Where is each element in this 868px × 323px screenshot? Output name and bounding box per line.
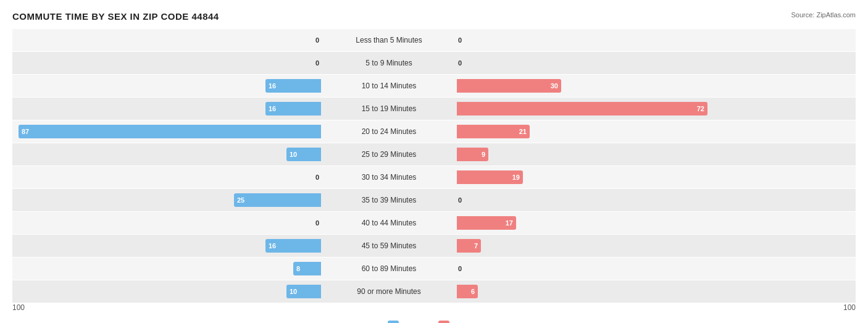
male-legend-box (388, 321, 399, 323)
bar-male-value: 16 (265, 105, 276, 112)
right-section: 21 (457, 120, 766, 143)
row-label: 40 to 44 Minutes (321, 219, 457, 227)
row-label: Less than 5 Minutes (321, 36, 457, 44)
left-section: 8 (12, 258, 321, 280)
left-section: 25 (12, 189, 321, 211)
chart-row: 1610 to 14 Minutes30 (12, 75, 856, 97)
left-section: 10 (12, 143, 321, 166)
bar-male-zero: 0 (315, 59, 321, 67)
chart-source: Source: ZipAtlas.com (791, 11, 856, 19)
bar-male-zero: 0 (315, 36, 321, 44)
left-section: 0 (12, 29, 321, 51)
bar-female-zero: 0 (458, 59, 462, 67)
bar-female-value: 7 (474, 242, 481, 250)
bar-female-value: 30 (551, 82, 561, 90)
female-legend-box (438, 321, 449, 323)
right-section: 0 (457, 258, 766, 280)
left-section: 16 (12, 98, 321, 120)
bar-male-value: 10 (286, 288, 297, 295)
bar-male-zero: 0 (315, 219, 321, 227)
left-section: 16 (12, 75, 321, 97)
right-section: 19 (457, 166, 766, 188)
row-label: 30 to 34 Minutes (321, 173, 457, 182)
bar-female-value: 17 (506, 219, 516, 227)
row-label: 60 to 89 Minutes (321, 264, 457, 273)
bar-female-value: 21 (519, 128, 530, 135)
chart-header: COMMUTE TIME BY SEX IN ZIP CODE 44844 So… (12, 11, 856, 22)
legend: Male Female (12, 321, 856, 323)
right-section: 17 (457, 212, 766, 234)
chart-area: 0Less than 5 Minutes005 to 9 Minutes0161… (12, 29, 856, 303)
bar-male-value: 87 (19, 128, 29, 135)
row-label: 10 to 14 Minutes (321, 82, 457, 90)
chart-row: 05 to 9 Minutes0 (12, 52, 856, 74)
bar-female: 6 (457, 285, 478, 298)
bar-male: 16 (265, 102, 321, 115)
axis-label-right: 100 (843, 303, 856, 312)
row-label: 5 to 9 Minutes (321, 59, 457, 67)
bar-female: 9 (457, 148, 488, 161)
left-section: 0 (12, 52, 321, 74)
bar-male: 16 (265, 79, 321, 93)
right-section: 7 (457, 235, 766, 257)
chart-row: 040 to 44 Minutes17 (12, 212, 856, 234)
left-section: 10 (12, 280, 321, 303)
bar-male-value: 16 (265, 82, 276, 90)
chart-row: 860 to 89 Minutes0 (12, 258, 856, 280)
bar-female-value: 9 (482, 151, 488, 158)
bar-female: 72 (457, 102, 707, 115)
left-section: 0 (12, 212, 321, 234)
bar-female: 7 (457, 239, 481, 253)
row-label: 20 to 24 Minutes (321, 127, 457, 136)
left-section: 87 (12, 120, 321, 143)
bar-female-value: 19 (512, 174, 523, 181)
right-section: 6 (457, 280, 766, 303)
chart-row: 2535 to 39 Minutes0 (12, 189, 856, 211)
bar-female-zero: 0 (458, 196, 462, 204)
left-section: 0 (12, 166, 321, 188)
chart-row: 8720 to 24 Minutes21 (12, 120, 856, 143)
bar-female-zero: 0 (458, 265, 462, 272)
right-section: 9 (457, 143, 766, 166)
bar-female-value: 72 (697, 105, 707, 112)
right-section: 30 (457, 75, 766, 97)
legend-item-female: Female (438, 321, 480, 323)
legend-item-male: Male (388, 321, 420, 323)
chart-row: 1090 or more Minutes6 (12, 280, 856, 303)
right-section: 0 (457, 52, 766, 74)
bar-male: 10 (286, 285, 321, 298)
chart-row: 030 to 34 Minutes19 (12, 166, 856, 188)
row-label: 15 to 19 Minutes (321, 104, 457, 113)
chart-row: 1615 to 19 Minutes72 (12, 98, 856, 120)
row-label: 90 or more Minutes (321, 287, 457, 296)
bar-male: 25 (234, 193, 321, 207)
bar-female-zero: 0 (458, 36, 462, 44)
right-section: 0 (457, 29, 766, 51)
chart-container: COMMUTE TIME BY SEX IN ZIP CODE 44844 So… (0, 0, 868, 323)
right-section: 0 (457, 189, 766, 211)
bar-female: 17 (457, 216, 516, 230)
bar-male: 87 (19, 125, 321, 138)
bar-male-value: 8 (293, 265, 300, 272)
bar-male-value: 10 (286, 151, 297, 158)
chart-title: COMMUTE TIME BY SEX IN ZIP CODE 44844 (12, 11, 219, 22)
bar-male: 8 (293, 262, 321, 275)
row-label: 45 to 59 Minutes (321, 241, 457, 250)
left-section: 16 (12, 235, 321, 257)
bar-male-value: 16 (265, 242, 276, 250)
bar-male: 10 (286, 148, 321, 161)
right-section: 72 (457, 98, 766, 120)
chart-row: 1025 to 29 Minutes9 (12, 143, 856, 166)
bar-female: 21 (457, 125, 530, 138)
row-label: 35 to 39 Minutes (321, 196, 457, 204)
chart-row: 0Less than 5 Minutes0 (12, 29, 856, 51)
bar-male: 16 (265, 239, 321, 253)
bar-female-value: 6 (471, 288, 478, 295)
axis-labels: 100 100 (12, 303, 856, 314)
axis-label-left: 100 (12, 303, 25, 312)
bar-female: 19 (457, 170, 523, 184)
row-label: 25 to 29 Minutes (321, 150, 457, 159)
bar-female: 30 (457, 79, 561, 93)
bar-male-zero: 0 (315, 174, 321, 181)
chart-row: 1645 to 59 Minutes7 (12, 235, 856, 257)
